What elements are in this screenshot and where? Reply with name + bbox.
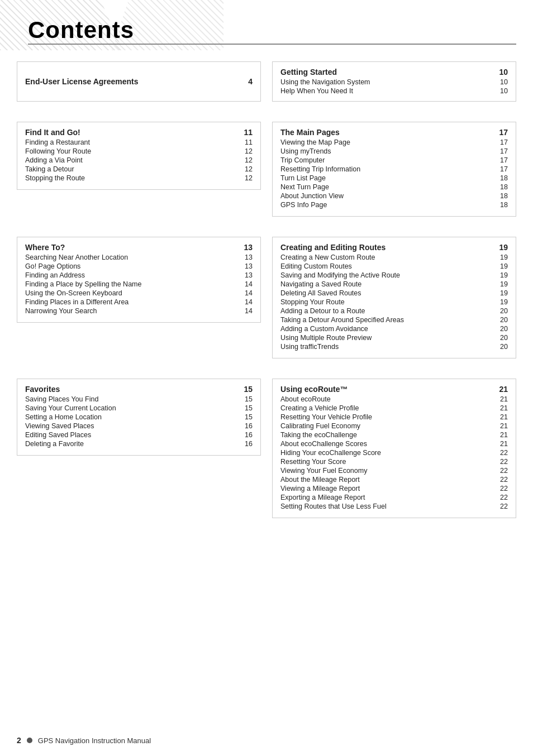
entry-text: Taking a Detour <box>25 165 241 173</box>
entry-page: 13 <box>241 253 253 261</box>
favorites-title: Favorites <box>25 385 60 394</box>
footer-page-number: 2 <box>17 736 21 745</box>
list-item: Setting Routes that Use Less Fuel 22 <box>280 502 508 511</box>
entry-text: Creating a Vehicle Profile <box>280 404 497 412</box>
entry-text: Using myTrends <box>280 147 497 155</box>
entry-page: 22 <box>497 449 508 457</box>
where-to-page: 13 <box>244 243 253 252</box>
entry-page: 14 <box>241 289 253 297</box>
entry-text: Hiding Your ecoChallenge Score <box>280 449 497 457</box>
header-line <box>28 44 516 45</box>
getting-started-header: Getting Started 10 <box>280 68 508 76</box>
list-item: Saving Places You Find 15 <box>25 395 253 404</box>
list-item: Using the Navigation System 10 <box>280 78 508 87</box>
entry-text: Resetting Your Vehicle Profile <box>280 413 497 421</box>
ecoroute-section: Using ecoRoute™ 21 About ecoRoute 21 Cre… <box>272 379 516 518</box>
list-item: Finding a Place by Spelling the Name 14 <box>25 280 253 289</box>
list-item: Finding an Address 13 <box>25 271 253 280</box>
entry-text: Navigating a Saved Route <box>280 280 497 288</box>
page-header: Contents <box>0 0 533 56</box>
entry-page: 17 <box>497 156 508 164</box>
list-item: Creating a New Custom Route 19 <box>280 253 508 262</box>
entry-page: 16 <box>241 422 253 430</box>
list-item: Navigating a Saved Route 19 <box>280 280 508 289</box>
entry-page: 18 <box>497 192 508 200</box>
footer-manual-title: GPS Navigation Instruction Manual <box>38 736 151 745</box>
entry-text: Taking a Detour Around Specified Areas <box>280 316 497 324</box>
find-it-section: Find It and Go! 11 Finding a Restaurant … <box>17 122 261 190</box>
entry-page: 16 <box>241 431 253 439</box>
entry-page: 13 <box>241 262 253 270</box>
entry-text: Finding Places in a Different Area <box>25 298 241 306</box>
entry-text: Viewing Saved Places <box>25 422 241 430</box>
entry-page: 20 <box>497 316 508 324</box>
list-item: Calibrating Fuel Economy 21 <box>280 422 508 430</box>
entry-page: 20 <box>497 325 508 333</box>
list-item: Saving and Modifying the Active Route 19 <box>280 271 508 280</box>
entry-page: 20 <box>497 334 508 342</box>
entry-text: About the Mileage Report <box>280 476 497 484</box>
list-item: Using Multiple Route Preview 20 <box>280 333 508 342</box>
list-item: About Junction View 18 <box>280 192 508 200</box>
list-item: Go! Page Options 13 <box>25 262 253 271</box>
creating-routes-page: 19 <box>499 243 508 252</box>
list-item: Deleting a Favorite 16 <box>25 439 253 448</box>
entry-text: Using the Navigation System <box>280 78 497 86</box>
eula-title: End-User License Agreements <box>25 77 139 86</box>
entry-page: 12 <box>241 165 253 173</box>
list-item: Deleting All Saved Routes 19 <box>280 289 508 298</box>
entry-page: 12 <box>241 156 253 164</box>
second-row: Find It and Go! 11 Finding a Restaurant … <box>17 122 516 227</box>
list-item: Next Turn Page 18 <box>280 183 508 192</box>
entry-page: 17 <box>497 147 508 155</box>
entry-page: 22 <box>497 476 508 484</box>
list-item: Finding a Restaurant 11 <box>25 138 253 147</box>
list-item: Stopping the Route 12 <box>25 174 253 183</box>
list-item: Viewing Saved Places 16 <box>25 422 253 430</box>
entry-page: 16 <box>241 440 253 448</box>
entry-page: 22 <box>497 467 508 475</box>
entry-page: 15 <box>241 395 253 403</box>
third-row: Where To? 13 Searching Near Another Loca… <box>17 237 516 369</box>
entry-text: About ecoRoute <box>280 395 497 403</box>
entry-page: 15 <box>241 413 253 421</box>
list-item: Using trafficTrends 20 <box>280 342 508 351</box>
list-item: Using the On-Screen Keyboard 14 <box>25 289 253 298</box>
entry-page: 20 <box>497 343 508 351</box>
entry-page: 13 <box>241 271 253 279</box>
entry-page: 22 <box>497 458 508 466</box>
entry-text: Trip Computer <box>280 156 497 164</box>
list-item: Trip Computer 17 <box>280 156 508 165</box>
entry-page: 15 <box>241 404 253 412</box>
list-item: Using myTrends 17 <box>280 147 508 156</box>
footer-dot-icon <box>27 738 32 743</box>
main-pages-title: The Main Pages <box>280 128 340 137</box>
entry-text: Deleting All Saved Routes <box>280 289 497 297</box>
main-content: End-User License Agreements 4 Getting St… <box>0 56 533 555</box>
entry-text: Stopping Your Route <box>280 298 497 306</box>
entry-text: Adding a Custom Avoidance <box>280 325 497 333</box>
entry-page: 19 <box>497 271 508 279</box>
main-pages-section: The Main Pages 17 Viewing the Map Page 1… <box>272 122 516 217</box>
entry-page: 17 <box>497 138 508 146</box>
col-right-ecoroute: Using ecoRoute™ 21 About ecoRoute 21 Cre… <box>272 379 516 528</box>
entry-page: 21 <box>497 422 508 430</box>
entry-page: 19 <box>497 298 508 306</box>
list-item: Exporting a Mileage Report 22 <box>280 493 508 502</box>
col-left-where: Where To? 13 Searching Near Another Loca… <box>17 237 261 369</box>
entry-page: 19 <box>497 262 508 270</box>
creating-routes-title: Creating and Editing Routes <box>280 243 386 252</box>
eula-page: 4 <box>248 77 253 86</box>
list-item: About ecoChallenge Scores 21 <box>280 439 508 448</box>
entry-page: 12 <box>241 174 253 182</box>
favorites-section: Favorites 15 Saving Places You Find 15 S… <box>17 379 261 456</box>
entry-text: Using the On-Screen Keyboard <box>25 289 241 297</box>
eula-section: End-User License Agreements 4 <box>17 61 261 102</box>
entry-page: 19 <box>497 289 508 297</box>
entry-page: 22 <box>497 503 508 510</box>
where-to-title: Where To? <box>25 243 65 252</box>
list-item: Viewing the Map Page 17 <box>280 138 508 147</box>
entry-page: 22 <box>497 485 508 492</box>
creating-routes-header: Creating and Editing Routes 19 <box>280 243 508 252</box>
fourth-row: Favorites 15 Saving Places You Find 15 S… <box>17 379 516 528</box>
